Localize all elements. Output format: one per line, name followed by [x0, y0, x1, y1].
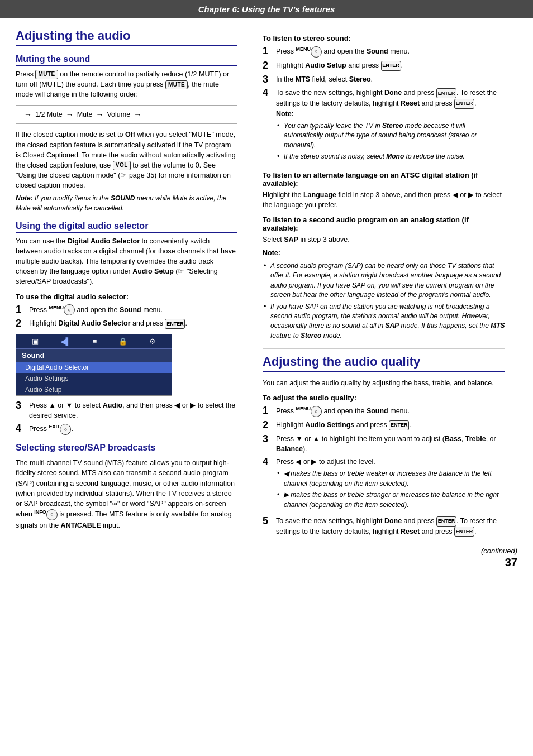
enter-btn-s4b: ENTER — [454, 99, 474, 109]
alt-lang-title: To listen to an alternate language on an… — [263, 171, 505, 188]
menu-super: MENU — [49, 305, 64, 310]
step-num-aq5: 5 — [263, 516, 273, 527]
step-s2: 2 Highlight Audio Setup and press ENTER. — [263, 60, 505, 71]
enter-btn-s4a: ENTER — [436, 88, 456, 98]
step-num-s2: 2 — [263, 60, 273, 71]
step-num-s4: 4 — [263, 88, 273, 99]
second-audio-notes: A second audio program (SAP) can be hear… — [263, 261, 505, 341]
step-aq2: 2 Highlight Audio Settings and press ENT… — [263, 420, 505, 431]
stereo-sap-title: Selecting stereo/SAP broadcasts — [16, 443, 237, 454]
section-divider — [263, 348, 505, 349]
menu-super-s1: MENU — [296, 46, 311, 52]
vol-badge: VOL — [113, 161, 131, 170]
step-aq4: 4 Press ◀ or ▶ to adjust the level. ◀ ma… — [263, 457, 505, 513]
menu-icons-bar: ▣ ◀▌ ≡ 🔒 ⚙ — [16, 334, 172, 349]
step-content-aq4: Press ◀ or ▶ to adjust the level. ◀ make… — [276, 457, 505, 513]
step-aq5: 5 To save the new settings, highlight Do… — [263, 516, 505, 537]
flow-volume: Volume — [107, 111, 130, 118]
menu-screenshot: ▣ ◀▌ ≡ 🔒 ⚙ Sound Digital Audio Selector … — [16, 334, 172, 396]
audio-quality-body: You can adjust the audio quality by adju… — [263, 378, 505, 388]
menu-item-audio-settings: Audio Settings — [16, 373, 172, 384]
chapter-title: Chapter 6: Using the TV's features — [198, 4, 335, 14]
menu-btn-s1: ○ — [311, 46, 322, 58]
step-aq3: 3 Press ▼ or ▲ to highlight the item you… — [263, 434, 505, 454]
step-s3: 3 In the MTS field, select Stereo. — [263, 74, 505, 85]
arrow1: → — [24, 110, 32, 119]
stereo-steps: 1 Press MENU○ and open the Sound menu. 2… — [263, 46, 505, 165]
arrow2: → — [66, 110, 74, 119]
continued-text: (continued) — [0, 547, 517, 555]
second-audio-note-1: A second audio program (SAP) can be hear… — [263, 261, 505, 300]
audio-quality-sub-title: To adjust the audio quality: — [263, 394, 505, 402]
aq4-note-1: ◀ makes the bass or treble weaker or inc… — [276, 469, 505, 489]
enter-btn-s2: ENTER — [381, 61, 401, 71]
step-content-3: Press ▲ or ▼ to select Audio, and then p… — [29, 400, 237, 420]
right-column: To listen to stereo sound: 1 Press MENU○… — [250, 28, 505, 541]
second-audio-note-2: If you have SAP on and the station you a… — [263, 302, 505, 341]
digital-audio-sub-title: To use the digital audio selector: — [16, 293, 237, 301]
menu-btn-aq1: ○ — [311, 406, 322, 417]
flow-mute: Mute — [77, 111, 93, 118]
menu-item-audio-setup: Audio Setup — [16, 384, 172, 395]
step-content-s3: In the MTS field, select Stereo. — [276, 74, 505, 84]
stereo-note-1: You can typically leave the TV in Stereo… — [276, 121, 505, 150]
mute-flow-diagram: → 1/2 Mute → Mute → Volume → — [16, 105, 237, 124]
arrow3: → — [96, 110, 103, 119]
step-das-1: 1 Press MENU○ and open the Sound menu. — [16, 304, 237, 316]
digital-audio-title: Using the digital audio selector — [16, 221, 237, 233]
audio-quality-steps: 1 Press MENU○ and open the Sound menu. 2… — [263, 405, 505, 537]
step-content-s4: To save the new settings, highlight Done… — [276, 88, 505, 165]
audio-quality-title: Adjusting the audio quality — [263, 355, 505, 372]
step-content-aq2: Highlight Audio Settings and press ENTER… — [276, 420, 505, 430]
info-super: INFO — [34, 509, 46, 515]
menu-icon-tv: ▣ — [32, 337, 39, 346]
digital-audio-steps1: 1 Press MENU○ and open the Sound menu. 2… — [16, 304, 237, 330]
step-content-1: Press MENU○ and open the Sound menu. — [29, 304, 237, 316]
left-column: Adjusting the audio Muting the sound Pre… — [16, 28, 250, 541]
step-content-s1: Press MENU○ and open the Sound menu. — [276, 46, 505, 58]
content-area: Adjusting the audio Muting the sound Pre… — [0, 28, 533, 541]
mute-badge: MUTE — [35, 70, 58, 79]
flow-halfmute: 1/2 Mute — [35, 111, 63, 118]
aq4-notes: ◀ makes the bass or treble weaker or inc… — [276, 469, 505, 510]
step-s4: 4 To save the new settings, highlight Do… — [263, 88, 505, 165]
step-content-2: Highlight Digital Audio Selector and pre… — [29, 318, 237, 329]
page-number: 37 — [0, 556, 517, 569]
step-content-4: Press EXIT○. — [29, 423, 237, 435]
enter-btn-aq2: ENTER — [389, 420, 409, 430]
stereo-note-2: If the stereo sound is noisy, select Mon… — [276, 152, 505, 161]
menu-icon-settings: ≡ — [93, 337, 97, 346]
menu-item-das: Digital Audio Selector — [16, 362, 172, 373]
alt-lang-body: Highlight the Language field in step 3 a… — [263, 190, 505, 210]
page-header: Chapter 6: Using the TV's features — [0, 0, 533, 18]
step-content-aq5: To save the new settings, highlight Done… — [276, 516, 505, 537]
digital-audio-steps2: 3 Press ▲ or ▼ to select Audio, and then… — [16, 400, 237, 435]
step-num-s1: 1 — [263, 46, 273, 57]
step-num-2: 2 — [16, 318, 26, 329]
stereo-sap-body: The multi-channel TV sound (MTS) feature… — [16, 458, 237, 530]
aq4-note-2: ▶ makes the bass or treble stronger or i… — [276, 490, 505, 510]
step-das-4: 4 Press EXIT○. — [16, 423, 237, 435]
exit-circle-btn: ○ — [60, 424, 71, 435]
step-das-2: 2 Highlight Digital Audio Selector and p… — [16, 318, 237, 329]
muting-body2: If the closed caption mode is set to Off… — [16, 130, 237, 190]
main-title: Adjusting the audio — [16, 28, 237, 46]
menu-category-sound: Sound — [16, 349, 172, 362]
menu-icon-lock: 🔒 — [118, 337, 127, 346]
step-s1: 1 Press MENU○ and open the Sound menu. — [263, 46, 505, 58]
second-audio-body: Select SAP in step 3 above. — [263, 235, 505, 245]
step-num-aq2: 2 — [263, 420, 273, 431]
step-num-aq1: 1 — [263, 405, 273, 417]
digital-audio-body: You can use the Digital Audio Selector t… — [16, 236, 237, 287]
stereo-steps-title: To listen to stereo sound: — [263, 34, 505, 42]
mute-badge2: MUTE — [165, 80, 188, 90]
muting-note: Note: If you modify items in the SOUND m… — [16, 194, 237, 213]
step-num-1: 1 — [16, 304, 26, 315]
muting-body1: Press MUTE on the remote control to part… — [16, 69, 237, 99]
menu-super-aq1: MENU — [296, 406, 311, 412]
second-audio-title: To listen to a second audio program on a… — [263, 216, 505, 232]
exit-super: EXIT — [49, 424, 60, 429]
page: Chapter 6: Using the TV's features Adjus… — [0, 0, 533, 756]
menu-icon-gear: ⚙ — [149, 337, 156, 346]
step-num-aq3: 3 — [263, 434, 273, 445]
